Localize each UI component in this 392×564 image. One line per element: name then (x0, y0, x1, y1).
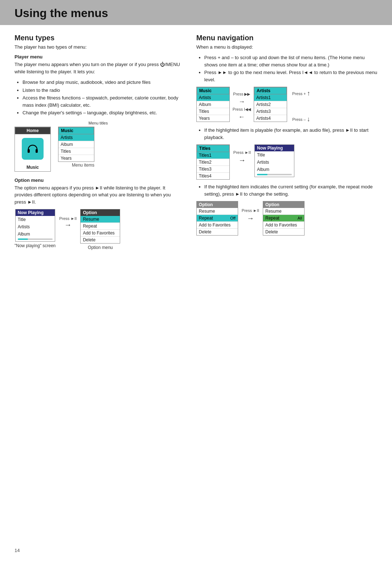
artists-nav-2: Artists2 (254, 101, 287, 108)
press-play-titles: Press ►II (233, 150, 251, 155)
music-nav-title: Music (197, 87, 229, 94)
music-nav-artists: Artists (197, 94, 229, 101)
music-row-artists: Artists (58, 134, 94, 141)
nav-bullet-2: Press ►► to go to the next menu level. P… (204, 69, 377, 83)
titles-row-2: Titles2 (197, 159, 229, 166)
opt-change-favorites-right: Add to Favorites (263, 222, 304, 229)
music-row-album: Album (58, 141, 94, 148)
titles-nav-diagram: Titles Titles1 Titles2 Titles3 Titles4 P… (196, 144, 377, 180)
progress-bar-2 (257, 174, 292, 175)
nav-bullets: Press + and – to scroll up and down the … (204, 54, 377, 83)
menu-items-label: Menu items (72, 163, 94, 168)
music-row-titles: Titles (58, 148, 94, 155)
home-menu-music-label: Music (15, 163, 50, 171)
bullet-2: Listen to the radio (23, 87, 182, 94)
music-nav-left: Music Artists Album Titles Years (196, 87, 230, 122)
opt-change-delete-left: Delete (197, 229, 238, 235)
menu-navigation-heading: Menu navigation (196, 34, 377, 42)
now-playing-box: Now Playing Title Artists Album (15, 209, 55, 242)
option-change-right: Option Resume Repeat All Add to Favorite… (263, 201, 305, 236)
arrow-left-nav: → (238, 113, 245, 121)
now-playing-title: Now Playing (16, 209, 55, 216)
svg-rect-1 (36, 149, 38, 153)
artists-nav-box: Artists Artists1 Artists2 Artists3 Artis… (254, 87, 287, 122)
arrow-option: → (247, 214, 254, 222)
opt-row-delete: Delete (81, 237, 120, 243)
titles-row-4: Titles4 (197, 173, 229, 179)
press-rew-label: Press I◀◀ (233, 107, 251, 112)
repeat-label-left: Repeat (199, 216, 213, 221)
menu-nav-subtitle: When a menu is displayed: (196, 44, 377, 50)
artists-nav-1: Artists1 (254, 94, 287, 101)
up-arrow: ↑ (307, 90, 310, 97)
option-title-1: Option (81, 209, 120, 216)
nav-bullet-3: If the highlighted item is playable (for… (204, 127, 377, 141)
artists-nav-title: Artists (254, 87, 287, 94)
np-row-artists: Artists (16, 223, 55, 230)
bullet-3: Access the fitness functions – stopwatch… (23, 94, 182, 109)
now-playing-option-diagram: Now Playing Title Artists Album "Now pla… (15, 209, 182, 250)
player-menu-body: The player menu appears when you turn on… (15, 61, 182, 75)
music-nav-album: Album (197, 101, 229, 108)
press-plus-label: Press + (292, 91, 306, 96)
music-nav-diagram: Music Artists Album Titles Years Press ▶… (196, 87, 377, 123)
page-title: Using the menus (15, 7, 377, 20)
opt-change-repeat-left: Repeat Off (197, 215, 238, 222)
opt-change-resume-right: Resume (263, 208, 304, 215)
menu-titles-label: Menu titles (15, 121, 182, 125)
press-play-label-left: Press ►II (59, 216, 77, 221)
music-nav-years: Years (197, 115, 229, 122)
music-menu-title: Music (58, 127, 94, 134)
page-header: Using the menus (0, 0, 392, 25)
progress-fill (18, 238, 28, 240)
opt-change-favorites-left: Add to Favorites (197, 222, 238, 229)
artists-nav-4: Artists4 (254, 115, 287, 122)
titles-row-1: Titles1 (197, 152, 229, 159)
progress-fill-2 (257, 174, 268, 175)
option-menu-body: The option menu appears if you press ►II… (15, 184, 182, 206)
press-ff-label: Press ▶▶ (233, 92, 250, 97)
repeat-value-all: All (298, 216, 302, 220)
option-change-left: Option Resume Repeat Off Add to Favorite… (196, 201, 238, 236)
nav-bullet-4: If the highlighted item indicates the cu… (204, 183, 377, 197)
np-row-artists-2: Artists (255, 159, 294, 166)
nav-bullets-3: If the highlighted item indicates the cu… (204, 183, 377, 197)
titles-menu-box: Titles Titles1 Titles2 Titles3 Titles4 (196, 144, 230, 180)
np-row-album-2: Album (255, 166, 294, 173)
option-menu-caption: Option menu (88, 245, 113, 250)
music-menu-box: Music Artists Album Titles Years (58, 127, 94, 162)
opt-change-repeat-right: Repeat All (263, 215, 304, 222)
opt-row-resume: Resume (81, 216, 120, 223)
bullet-4: Change the player's settings – language,… (23, 109, 182, 117)
nav-bullet-1: Press + and – to scroll up and down the … (204, 54, 377, 68)
arrow-titles: → (238, 156, 246, 164)
nav-bullets-2: If the highlighted item is playable (for… (204, 127, 377, 141)
home-menu-title: Home (15, 127, 50, 134)
titles-row-3: Titles3 (197, 166, 229, 173)
page-number: 14 (15, 548, 20, 553)
np-row-album: Album (16, 230, 55, 238)
player-menu-label: Player menu (15, 54, 182, 60)
option-box-1: Option Resume Repeat Add to Favorites De… (80, 209, 120, 244)
artists-nav-3: Artists3 (254, 108, 287, 115)
opt-row-favorites: Add to Favorites (81, 230, 120, 237)
np-title-2: Now Playing (255, 145, 294, 151)
press-minus-label: Press – (292, 117, 306, 122)
music-nav-titles: Titles (197, 108, 229, 115)
now-playing-box-2: Now Playing Title Artists Album (254, 144, 294, 177)
option-change-diagram: Option Resume Repeat Off Add to Favorite… (196, 201, 377, 236)
menu-types-heading: Menu types (15, 34, 182, 42)
option-menu-label: Option menu (15, 177, 182, 183)
opt-change-delete-right: Delete (263, 229, 304, 235)
progress-bar (18, 238, 53, 240)
bullet-1: Browse for and play music, audiobook, vi… (23, 79, 182, 86)
opt-change-resume-left: Resume (197, 208, 238, 215)
music-row-years: Years (58, 155, 94, 162)
arrow-right-1: → (64, 221, 72, 229)
arrow-right-nav: → (238, 98, 245, 106)
repeat-label-right: Repeat (265, 216, 279, 221)
titles-menu-title: Titles (197, 145, 229, 152)
np-row-title: Title (16, 216, 55, 223)
opt-change-title-left: Option (197, 201, 238, 208)
down-arrow: ↓ (307, 115, 310, 123)
